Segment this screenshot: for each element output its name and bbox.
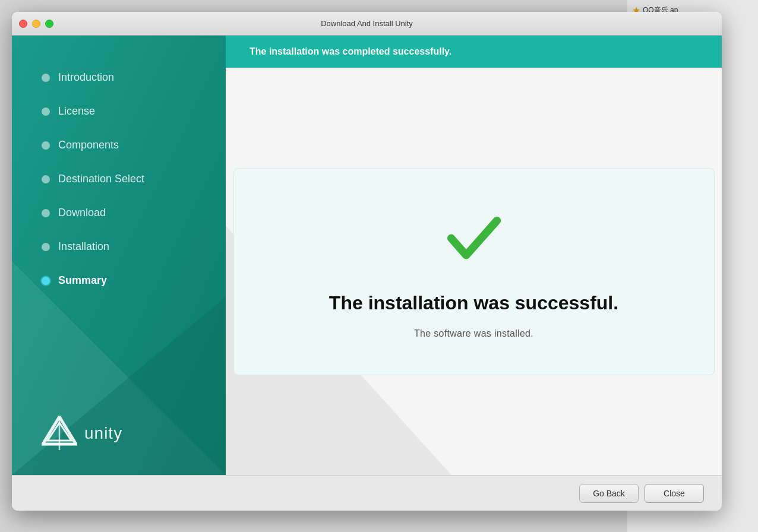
step-label-destination-select: Destination Select (58, 173, 144, 185)
sidebar-logo: unity (12, 404, 226, 475)
close-button[interactable]: Close (645, 484, 704, 503)
installer-window: Download And Install Unity Introduction … (12, 12, 722, 511)
unity-logo-icon (42, 416, 77, 451)
top-banner-text: The installation was completed successfu… (249, 46, 451, 56)
minimize-window-button[interactable] (32, 20, 40, 28)
success-subtitle: The software was installed. (414, 328, 533, 339)
window-body: Introduction License Components Destinat… (12, 36, 722, 511)
sidebar-step-destination-select: Destination Select (42, 173, 208, 185)
window-controls[interactable] (19, 20, 53, 28)
step-label-components: Components (58, 139, 119, 151)
step-dot-license (42, 107, 50, 116)
bottom-bar: Go Back Close (12, 475, 722, 511)
window-title: Download And Install Unity (321, 19, 413, 28)
sidebar-step-license: License (42, 105, 208, 118)
step-dot-destination-select (42, 175, 50, 183)
step-label-download: Download (58, 207, 106, 219)
close-window-button[interactable] (19, 20, 27, 28)
step-dot-components (42, 141, 50, 150)
checkmark-container (441, 204, 507, 272)
sidebar-steps: Introduction License Components Destinat… (12, 36, 226, 404)
content-area: Introduction License Components Destinat… (12, 36, 722, 475)
success-card: The installation was successful. The sof… (233, 168, 715, 375)
step-dot-summary (42, 277, 50, 285)
step-label-summary: Summary (58, 274, 107, 287)
top-banner: The installation was completed successfu… (226, 36, 722, 68)
sidebar-step-introduction: Introduction (42, 71, 208, 84)
step-label-license: License (58, 105, 95, 118)
step-label-introduction: Introduction (58, 71, 114, 84)
unity-logo-text: unity (84, 424, 122, 443)
step-label-installation: Installation (58, 240, 109, 253)
step-dot-introduction (42, 74, 50, 82)
success-checkmark-icon (441, 204, 507, 270)
sidebar-step-installation: Installation (42, 240, 208, 253)
go-back-button[interactable]: Go Back (579, 484, 639, 503)
step-dot-download (42, 209, 50, 217)
content-panel: The installation was successful. The sof… (226, 68, 722, 475)
sidebar: Introduction License Components Destinat… (12, 36, 226, 475)
success-title: The installation was successful. (329, 292, 618, 314)
maximize-window-button[interactable] (45, 20, 53, 28)
main-content: The installation was completed successfu… (226, 36, 722, 475)
sidebar-step-summary: Summary (42, 274, 208, 287)
title-bar: Download And Install Unity (12, 12, 722, 36)
sidebar-step-components: Components (42, 139, 208, 151)
step-dot-installation (42, 243, 50, 251)
sidebar-step-download: Download (42, 207, 208, 219)
